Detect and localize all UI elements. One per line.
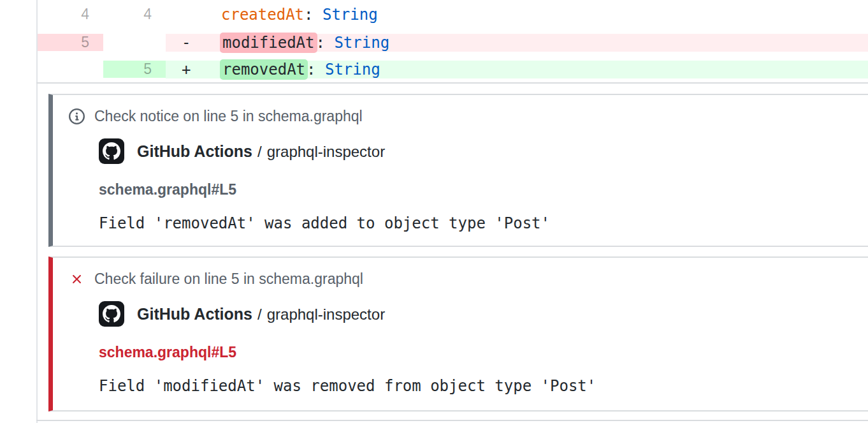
removed-word-highlight: modifiedAt: [220, 33, 317, 53]
annotation-message: Field 'modifiedAt' was removed from obje…: [99, 378, 868, 394]
x-icon: [69, 271, 85, 287]
type-token: String: [334, 34, 389, 52]
info-icon: [69, 108, 85, 124]
new-line-number[interactable]: 5: [103, 61, 166, 78]
annotation-app-text: GitHub Actions/graphql-inspector: [137, 305, 385, 323]
annotation-app-text: GitHub Actions/graphql-inspector: [137, 142, 385, 161]
annotation-tool-name: GitHub Actions: [137, 142, 252, 160]
annotation-location-link[interactable]: schema.graphql#L5: [99, 345, 868, 360]
pr-diff-view: 4 4 createdAt: String 5 -modifiedAt: Str…: [0, 0, 868, 423]
punctuation-token: :: [307, 61, 325, 78]
old-line-number[interactable]: 4: [38, 6, 103, 23]
github-actions-avatar: [99, 138, 124, 164]
annotation-message: Field 'removedAt' was added to object ty…: [99, 215, 868, 232]
annotation-separator: /: [257, 306, 262, 323]
check-annotation-notice: Check notice on line 5 in schema.graphql…: [48, 94, 868, 247]
diff-bottom-border: [36, 82, 868, 84]
annotation-check-name: graphql-inspector: [267, 143, 385, 160]
type-token: String: [322, 6, 378, 24]
added-word-highlight: removedAt: [220, 59, 308, 80]
github-actions-avatar: [99, 301, 124, 327]
annotation-location-link[interactable]: schema.graphql#L5: [99, 182, 868, 197]
annotation-tool-name: GitHub Actions: [137, 305, 252, 323]
punctuation-token: :: [316, 34, 335, 52]
check-annotations: Check notice on line 5 in schema.graphql…: [48, 94, 868, 412]
annotation-header: Check notice on line 5 in schema.graphql: [69, 108, 868, 124]
old-line-number[interactable]: 5: [38, 34, 103, 51]
annotation-check-name: graphql-inspector: [267, 306, 385, 323]
diff-sign: -: [182, 34, 221, 52]
field-name-token: createdAt: [221, 6, 304, 24]
annotation-app-row: GitHub Actions/graphql-inspector: [99, 138, 868, 164]
annotation-header: Check failure on line 5 in schema.graphq…: [69, 271, 868, 287]
code-line: +removedAt: String: [166, 61, 868, 78]
next-row-top-border: [36, 420, 868, 421]
annotation-separator: /: [257, 143, 262, 160]
annotation-app-row: GitHub Actions/graphql-inspector: [99, 301, 868, 327]
diff-sign: +: [182, 61, 221, 78]
diff-line-added: 5 +removedAt: String: [38, 56, 868, 82]
diff-line-removed: 5 -modifiedAt: String: [38, 29, 868, 56]
type-token: String: [325, 61, 380, 78]
code-line: createdAt: String: [166, 6, 868, 24]
diff-code-block: 4 4 createdAt: String 5 -modifiedAt: Str…: [38, 0, 868, 82]
new-line-number[interactable]: 4: [103, 6, 166, 23]
diff-line-context: 4 4 createdAt: String: [38, 0, 868, 29]
annotation-title: Check notice on line 5 in schema.graphql: [94, 108, 363, 124]
annotation-title: Check failure on line 5 in schema.graphq…: [94, 271, 363, 287]
check-annotation-failure: Check failure on line 5 in schema.graphq…: [48, 256, 868, 412]
punctuation-token: :: [304, 6, 322, 24]
code-line: -modifiedAt: String: [166, 34, 868, 52]
